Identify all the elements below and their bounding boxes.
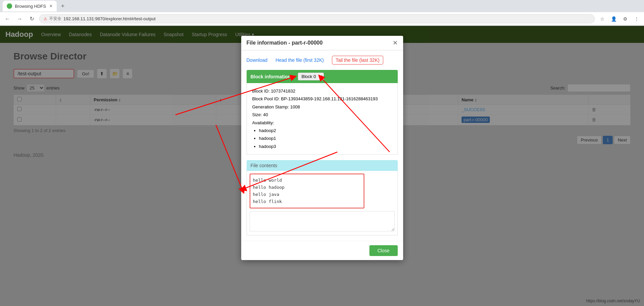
pool-id: Block Pool ID: BP-1393443859-192.168.11.…	[252, 95, 392, 103]
modal-header: File information - part-r-00000 ✕	[241, 36, 403, 50]
block-info-section: Block information -- Block 0 Block ID: 1…	[247, 70, 398, 155]
availability-label: Availability:	[252, 119, 392, 127]
active-tab[interactable]: Browsing HDFS ✕	[3, 1, 57, 11]
browser-chrome: Browsing HDFS ✕ + ← → ↻ ⚠ 不安全 192.168.11…	[0, 0, 644, 26]
file-contents-header: File contents	[247, 160, 398, 171]
file-text-display: hello world hello hadoop hello java hell…	[250, 174, 364, 208]
new-tab-button[interactable]: +	[58, 1, 67, 11]
availability-nodes: hadoop2 hadoop1 hadoop3	[259, 127, 392, 150]
not-secure-label: 不安全	[49, 16, 61, 22]
address-bar: ← → ↻ ⚠ 不安全 192.168.11.131:9870/explorer…	[0, 12, 644, 26]
node-3: hadoop3	[259, 143, 392, 150]
back-button[interactable]: ←	[3, 14, 12, 24]
file-contents-textarea[interactable]	[250, 211, 395, 231]
modal-links: Download Head the file (first 32K) Tail …	[247, 56, 398, 65]
generation-stamp: Generation Stamp: 1008	[252, 103, 392, 111]
block-id: Block ID: 1073741832	[252, 87, 392, 95]
close-button[interactable]: Close	[369, 245, 398, 256]
tab-title: Browsing HDFS	[15, 4, 46, 9]
reload-button[interactable]: ↻	[27, 14, 36, 24]
block-info-body: Block ID: 1073741832 Block Pool ID: BP-1…	[247, 83, 398, 155]
tab-close-button[interactable]: ✕	[49, 4, 53, 8]
block-info-header: Block information -- Block 0	[247, 70, 398, 83]
security-icon: ⚠	[44, 17, 47, 21]
modal-title: File information - part-r-00000	[247, 40, 323, 46]
tab-bar: Browsing HDFS ✕ +	[0, 0, 644, 12]
extensions-icon[interactable]: ⚙	[620, 14, 630, 24]
modal-footer: Close	[241, 241, 403, 260]
block-select[interactable]: Block 0	[298, 73, 324, 80]
head-file-link[interactable]: Head the file (first 32K)	[276, 57, 324, 63]
node-1: hadoop2	[259, 127, 392, 134]
bookmark-icon[interactable]: ☆	[597, 14, 607, 24]
file-info-modal: File information - part-r-00000 ✕ Downlo…	[241, 36, 403, 260]
menu-icon[interactable]: ⋮	[632, 14, 641, 24]
download-link[interactable]: Download	[247, 57, 268, 63]
modal-body: Download Head the file (first 32K) Tail …	[241, 50, 403, 241]
node-2: hadoop1	[259, 134, 392, 142]
profile-icon[interactable]: 👤	[609, 14, 618, 24]
forward-button[interactable]: →	[15, 14, 24, 24]
block-info-label: Block information --	[251, 74, 295, 79]
tab-favicon	[7, 3, 12, 9]
modal-overlay: File information - part-r-00000 ✕ Downlo…	[0, 26, 644, 306]
file-contents-section: File contents hello world hello hadoop h…	[247, 160, 398, 235]
file-contents-body: hello world hello hadoop hello java hell…	[247, 171, 398, 235]
tail-file-button[interactable]: Tail the file (last 32K)	[332, 56, 383, 65]
block-size: Size: 40	[252, 111, 392, 119]
modal-close-button[interactable]: ✕	[393, 40, 398, 46]
url-display[interactable]: 192.168.11.131:9870/explorer.html#/test-…	[63, 16, 156, 21]
toolbar-icons: ☆ 👤 ⚙ ⋮	[597, 14, 641, 24]
